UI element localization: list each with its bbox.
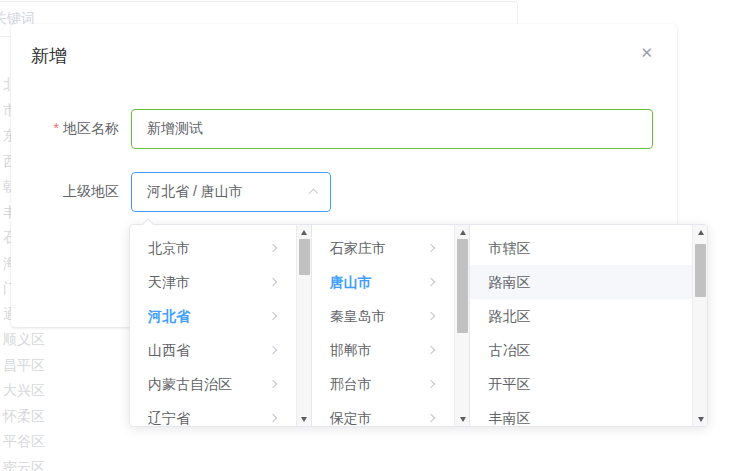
cascader-dropdown: 北京市 天津市 河北省 山西省 内蒙古自治区 辽宁省 bbox=[129, 224, 708, 427]
required-asterisk: * bbox=[54, 120, 59, 136]
triangle-up-icon bbox=[301, 230, 307, 235]
parent-region-label-text: 上级地区 bbox=[63, 183, 119, 199]
screen: 关键词 北京市市辖区东城区西城区朝阳区丰台区石景山区海淀区门头沟区通州区顺义区昌… bbox=[0, 0, 748, 471]
background-region-item: 平谷区 bbox=[3, 429, 59, 455]
chevron-up-icon bbox=[309, 188, 319, 198]
cascader-option-label: 河北省 bbox=[148, 299, 270, 333]
cascader-option-label: 路北区 bbox=[488, 299, 656, 333]
region-name-input[interactable] bbox=[131, 109, 653, 149]
cascader-option[interactable]: 唐山市 bbox=[312, 265, 455, 299]
triangle-up-icon bbox=[698, 230, 704, 235]
cascader-option[interactable]: 河北省 bbox=[130, 299, 296, 333]
region-name-row: *地区名称 bbox=[31, 109, 653, 149]
scroll-down-button[interactable] bbox=[455, 412, 470, 426]
cascader-option-label: 山西省 bbox=[148, 333, 270, 367]
cascader-option[interactable]: 路北区 bbox=[470, 299, 692, 333]
parent-region-row: 上级地区 河北省 / 唐山市 bbox=[31, 172, 331, 212]
chevron-right-icon bbox=[268, 380, 276, 388]
cascader-option-label: 开平区 bbox=[488, 367, 656, 401]
background-region-item: 密云区 bbox=[3, 455, 59, 471]
cascader-option-label: 天津市 bbox=[148, 265, 270, 299]
cascader-option-label: 辽宁省 bbox=[148, 401, 270, 426]
cascader-option-label: 北京市 bbox=[148, 231, 270, 265]
cascader-option-label: 石家庄市 bbox=[330, 231, 429, 265]
chevron-right-icon bbox=[268, 414, 276, 422]
cascader-option[interactable]: 古冶区 bbox=[470, 333, 692, 367]
cascader-district-column: 市辖区 路南区 路北区 古冶区 开平区 丰南区 bbox=[470, 225, 707, 426]
cascader-option[interactable]: 石家庄市 bbox=[312, 231, 455, 265]
cascader-option[interactable]: 秦皇岛市 bbox=[312, 299, 455, 333]
cascader-option[interactable]: 北京市 bbox=[130, 231, 296, 265]
chevron-right-icon bbox=[268, 312, 276, 320]
region-name-label-text: 地区名称 bbox=[63, 120, 119, 136]
parent-region-value: 河北省 / 唐山市 bbox=[147, 183, 243, 201]
cascader-option[interactable]: 邯郸市 bbox=[312, 333, 455, 367]
scroll-up-button[interactable] bbox=[297, 225, 312, 239]
background-region-item: 大兴区 bbox=[3, 378, 59, 404]
cascader-option[interactable]: 开平区 bbox=[470, 367, 692, 401]
chevron-right-icon bbox=[268, 244, 276, 252]
cascader-option[interactable]: 山西省 bbox=[130, 333, 296, 367]
cascader-option-label: 秦皇岛市 bbox=[330, 299, 429, 333]
background-region-item: 昌平区 bbox=[3, 353, 59, 379]
cascader-province-column: 北京市 天津市 河北省 山西省 内蒙古自治区 辽宁省 bbox=[130, 225, 312, 426]
chevron-right-icon bbox=[427, 346, 435, 354]
chevron-right-icon bbox=[427, 278, 435, 286]
parent-region-label: 上级地区 bbox=[31, 183, 131, 201]
cascader-option-label: 内蒙古自治区 bbox=[148, 367, 270, 401]
triangle-down-icon bbox=[698, 417, 704, 422]
cascader-province-options: 北京市 天津市 河北省 山西省 内蒙古自治区 辽宁省 bbox=[130, 231, 311, 426]
parent-region-select[interactable]: 河北省 / 唐山市 bbox=[131, 172, 331, 212]
cascader-option[interactable]: 丰南区 bbox=[470, 401, 692, 426]
scrollbar-thumb[interactable] bbox=[457, 239, 468, 333]
cascader-option-label: 丰南区 bbox=[488, 401, 656, 426]
scroll-up-button[interactable] bbox=[455, 225, 470, 239]
cascader-district-options: 市辖区 路南区 路北区 古冶区 开平区 丰南区 bbox=[470, 231, 707, 426]
scrollbar-thumb[interactable] bbox=[695, 244, 706, 297]
cascader-option-label: 市辖区 bbox=[488, 231, 656, 265]
cascader-option-label: 古冶区 bbox=[488, 333, 656, 367]
background-region-item: 顺义区 bbox=[3, 327, 59, 353]
chevron-right-icon bbox=[427, 312, 435, 320]
cascader-option-label: 邢台市 bbox=[330, 367, 429, 401]
scrollbar[interactable] bbox=[296, 225, 311, 426]
cascader-option-label: 唐山市 bbox=[330, 265, 429, 299]
scrollbar[interactable] bbox=[692, 225, 707, 426]
triangle-down-icon bbox=[460, 417, 466, 422]
cascader-city-options: 石家庄市 唐山市 秦皇岛市 邯郸市 邢台市 保定市 bbox=[312, 231, 470, 426]
scrollbar[interactable] bbox=[454, 225, 469, 426]
cascader-option[interactable]: 辽宁省 bbox=[130, 401, 296, 426]
cascader-city-column: 石家庄市 唐山市 秦皇岛市 邯郸市 邢台市 保定市 bbox=[312, 225, 471, 426]
cascader-option[interactable]: 邢台市 bbox=[312, 367, 455, 401]
cascader-option[interactable]: 内蒙古自治区 bbox=[130, 367, 296, 401]
scroll-down-button[interactable] bbox=[693, 412, 707, 426]
cascader-option[interactable]: 市辖区 bbox=[470, 231, 692, 265]
triangle-up-icon bbox=[460, 230, 466, 235]
scroll-down-button[interactable] bbox=[297, 412, 312, 426]
close-icon[interactable]: ✕ bbox=[640, 44, 653, 62]
chevron-right-icon bbox=[427, 244, 435, 252]
cascader-option[interactable]: 路南区 bbox=[470, 265, 692, 299]
scrollbar-thumb[interactable] bbox=[299, 239, 310, 275]
cascader-option-label: 邯郸市 bbox=[330, 333, 429, 367]
cascader-option[interactable]: 天津市 bbox=[130, 265, 296, 299]
triangle-down-icon bbox=[301, 417, 307, 422]
cascader-option-label: 路南区 bbox=[488, 265, 656, 299]
region-name-label: *地区名称 bbox=[31, 120, 131, 138]
dialog-title: 新增 bbox=[31, 44, 67, 68]
cascader-option[interactable]: 保定市 bbox=[312, 401, 455, 426]
chevron-right-icon bbox=[427, 380, 435, 388]
chevron-right-icon bbox=[268, 346, 276, 354]
chevron-right-icon bbox=[268, 278, 276, 286]
chevron-right-icon bbox=[427, 414, 435, 422]
cascader-option-label: 保定市 bbox=[330, 401, 429, 426]
background-region-item: 怀柔区 bbox=[3, 404, 59, 430]
scroll-up-button[interactable] bbox=[693, 225, 707, 239]
